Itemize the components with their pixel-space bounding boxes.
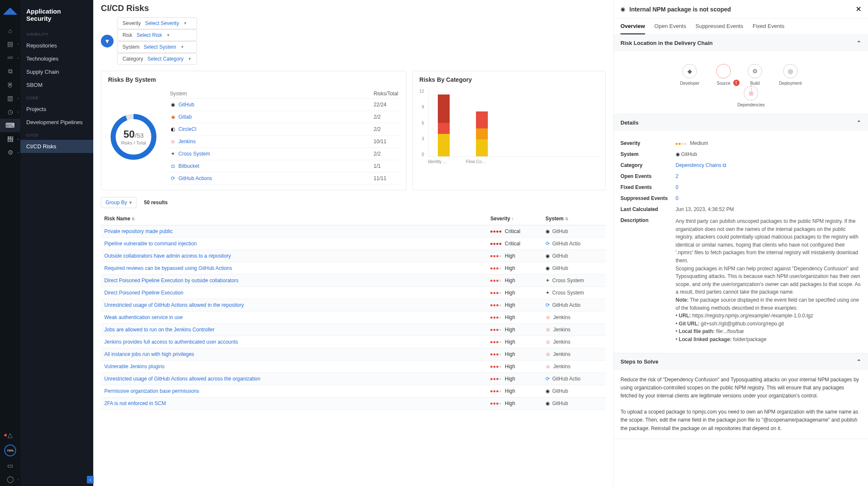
table-row[interactable]: All instance jobs run with high privileg…: [101, 348, 606, 361]
table-row[interactable]: Pipeline vulnerable to command injection…: [101, 238, 606, 250]
detail-field: Last CalculatedJun 13, 2023, 4:36:52 PM: [620, 204, 861, 215]
category-bar-chart: [428, 89, 598, 157]
sidebar-group: CI/CD: [20, 129, 93, 140]
usage-badge: 78%: [4, 444, 16, 456]
clock-icon[interactable]: ◷›: [0, 105, 20, 119]
filter-bar: ▼ SeveritySelect Severity▼RiskSelect Ris…: [101, 17, 606, 65]
chain-node: ◆Developer: [680, 64, 700, 86]
sidebar-group: VISIBILITY: [20, 28, 93, 39]
system-row[interactable]: ◐CircleCI2/2: [170, 123, 399, 136]
table-row[interactable]: Weak authentication service in useHigh☺J…: [101, 311, 606, 324]
chevron-up-icon: ⌃: [857, 40, 861, 46]
system-table: SystemRisks/Total ◉GitHub22/24◆Gitlab2/2…: [170, 89, 399, 185]
table-row[interactable]: Jobs are allowed to run on the Jenkins C…: [101, 324, 606, 336]
system-row[interactable]: ✦Cross System2/2: [170, 148, 399, 160]
detail-tab[interactable]: Fixed Events: [753, 19, 785, 34]
description-text: Any third party can publish unscoped pac…: [676, 217, 861, 344]
sidebar: Application Security VISIBILITYRepositor…: [20, 0, 93, 486]
docs-icon[interactable]: ▭: [0, 459, 20, 472]
content-scroll: CI/CD Risks ▼ SeveritySelect Severity▼Ri…: [93, 0, 614, 486]
card-title: Risks By System: [108, 76, 399, 83]
system-row[interactable]: ◉GitHub22/24: [170, 99, 399, 111]
risks-donut: 50/53 Risks / Total: [108, 111, 159, 162]
collapse-sidebar-icon[interactable]: ‹: [87, 476, 94, 483]
risks-table: Risk Name⇅ Severity↑ System⇅ Private rep…: [101, 212, 606, 410]
steps-text: Reduce the risk of "Dependency Confusion…: [614, 370, 868, 439]
filter-pill[interactable]: CategorySelect Category▼: [117, 53, 197, 65]
results-count: 50 results: [144, 200, 168, 206]
detail-field: Fixed Events0: [620, 182, 861, 193]
sidebar-item[interactable]: Technologies: [20, 52, 93, 65]
system-row[interactable]: ⟳GitHub Actions11/11: [170, 172, 399, 185]
detail-tab[interactable]: Overview: [620, 19, 645, 34]
section-risk-location[interactable]: Risk Location in the Delivery Chain⌃: [614, 35, 868, 51]
profile-icon[interactable]: ◯›: [0, 472, 20, 486]
close-icon[interactable]: ✕: [856, 5, 861, 13]
sidebar-item[interactable]: Projects: [20, 103, 93, 116]
cicd-icon[interactable]: ⌨: [0, 119, 20, 132]
chevron-up-icon: ⌃: [857, 358, 861, 365]
filter-pill[interactable]: SystemSelect System▼: [117, 41, 197, 53]
table-row[interactable]: Direct Poisoned Pipeline ExecutionHigh✦C…: [101, 287, 606, 299]
app-title: Application Security: [20, 5, 93, 28]
table-row[interactable]: Required reviews can be bypassed using G…: [101, 262, 606, 275]
chevron-up-icon: ⌃: [857, 119, 861, 126]
flows-icon[interactable]: ≔›: [0, 51, 20, 64]
report-icon[interactable]: ▥›: [0, 92, 20, 105]
main-area: CI/CD Risks ▼ SeveritySelect Severity▼Ri…: [93, 0, 868, 486]
system-row[interactable]: ☺Jenkins10/11: [170, 136, 399, 148]
detail-tab[interactable]: Open Events: [654, 19, 686, 34]
table-row[interactable]: Unrestricted usage of GitHub Actions all…: [101, 299, 606, 311]
detail-field: Suppressed Events0: [620, 193, 861, 204]
card-title: Risks By Category: [420, 76, 598, 83]
table-row[interactable]: 2FA is not enforced in SCMHigh◉GitHub: [101, 397, 606, 410]
repos-icon[interactable]: ▤›: [0, 37, 20, 51]
system-row[interactable]: ◆Gitlab2/2: [170, 111, 399, 123]
sidebar-item[interactable]: Supply Chain: [20, 65, 93, 78]
bell-icon[interactable]: △: [0, 428, 20, 442]
table-row[interactable]: Vulnerable Jenkins pluginsHigh☺Jenkins: [101, 361, 606, 373]
chain-node: ◎Deployment: [779, 64, 801, 86]
home-icon[interactable]: ⌂: [0, 24, 20, 37]
icon-rail: ◢◣ ⌂ ▤› ≔› ⧉ ⛨ ▥› ◷› ⌨ ቞› ⚙› △ 78% ▭ ◯›: [0, 0, 20, 486]
external-link-icon: ⧉: [723, 162, 726, 168]
table-row[interactable]: Unrestricted usage of GitHub Actions all…: [101, 373, 606, 385]
shield-icon[interactable]: ⛨: [0, 78, 20, 92]
detail-field: Open Events2: [620, 171, 861, 182]
dependencies-node: ! ⊞ Dependencies: [641, 86, 861, 107]
table-row[interactable]: Outside collaborators have admin access …: [101, 250, 606, 262]
bar-column[interactable]: [433, 89, 454, 156]
chain-node: ⚙Build: [748, 64, 762, 86]
chain-node: Source: [716, 64, 731, 86]
filter-pill[interactable]: SeveritySelect Severity▼: [117, 17, 197, 29]
package-icon[interactable]: ⧉: [0, 64, 20, 78]
sidebar-item[interactable]: SBOM: [20, 78, 93, 92]
section-details[interactable]: Details⌃: [614, 114, 868, 131]
graph-icon[interactable]: ቞›: [0, 132, 20, 146]
col-severity[interactable]: Severity↑: [487, 212, 542, 225]
filter-pill[interactable]: RiskSelect Risk▼: [117, 29, 197, 41]
detail-field: System◉ GitHub: [620, 149, 861, 160]
detail-field: SeverityMedium: [620, 138, 861, 149]
system-row[interactable]: ◘Bitbucket1/1: [170, 160, 399, 172]
sidebar-item[interactable]: Repositories: [20, 39, 93, 52]
filter-icon[interactable]: ▼: [101, 35, 114, 47]
page-title: CI/CD Risks: [101, 3, 606, 13]
col-risk-name[interactable]: Risk Name⇅: [101, 212, 487, 225]
group-by-button[interactable]: Group By▾: [101, 197, 136, 208]
sidebar-item[interactable]: CI/CD Risks: [20, 140, 93, 153]
table-row[interactable]: Direct Poisoned Pipeline Execution by ou…: [101, 275, 606, 287]
bar-column[interactable]: [471, 89, 492, 156]
detail-panel: ◉ Internal NPM package is not scoped ✕ O…: [614, 0, 868, 486]
table-row[interactable]: Permissive organization base permissions…: [101, 385, 606, 397]
table-row[interactable]: Private repository made publicCritical◉G…: [101, 225, 606, 238]
table-row[interactable]: Jenkins provides full access to authenti…: [101, 336, 606, 348]
detail-field: CategoryDependency Chains ⧉: [620, 160, 861, 171]
detail-title: Internal NPM package is not scoped: [629, 6, 851, 13]
col-system[interactable]: System⇅: [542, 212, 606, 225]
settings-icon[interactable]: ⚙›: [0, 146, 20, 159]
risks-by-category-card: Risks By Category 129630 Identity & A...…: [412, 71, 606, 190]
detail-tab[interactable]: Suppressed Events: [696, 19, 743, 34]
section-steps[interactable]: Steps to Solve⌃: [614, 353, 868, 370]
sidebar-item[interactable]: Development Pipelines: [20, 116, 93, 129]
